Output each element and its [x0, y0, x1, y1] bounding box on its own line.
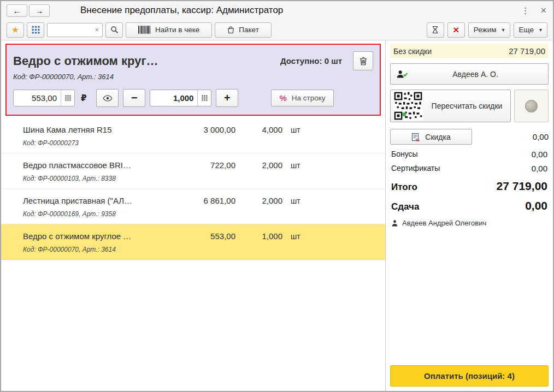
item-code: Код: ФР-00000103, Арт.: 8338	[1, 170, 385, 182]
item-name: Шина Кама летняя R15	[23, 125, 174, 134]
recalc-discounts-label: Пересчитать скидки	[426, 101, 508, 111]
line-discount-label: На строку	[292, 94, 326, 102]
close-icon[interactable]: ×	[539, 5, 547, 16]
find-in-check-button[interactable]: Найти в чеке	[126, 22, 212, 38]
titlebar: ← → Внесение предоплаты, кассир: Админис…	[1, 1, 553, 20]
delete-line-button[interactable]	[353, 51, 373, 70]
qr-code-icon	[393, 91, 423, 121]
postpone-button[interactable]	[427, 22, 444, 38]
mode-dropdown-button[interactable]: Режим ▾	[468, 22, 510, 38]
app-window: ← → Внесение предоплаты, кассир: Админис…	[0, 0, 554, 392]
eye-icon	[103, 95, 113, 102]
grid-icon	[32, 26, 40, 34]
mode-label: Режим	[474, 26, 497, 34]
change-label: Сдача	[391, 201, 419, 212]
discount-label: Скидка	[425, 133, 450, 141]
numpad-icon[interactable]	[61, 90, 74, 106]
search-icon	[110, 26, 119, 34]
bag-icon	[227, 26, 234, 34]
package-label: Пакет	[239, 26, 259, 34]
favorites-button[interactable]: ★	[7, 22, 24, 38]
back-arrow-icon: ←	[13, 6, 21, 15]
no-discount-label: Без скидки	[393, 47, 432, 56]
current-item-name: Ведро с отжимом круг…	[13, 54, 274, 68]
more-dropdown-button[interactable]: Еще ▾	[514, 22, 548, 38]
list-item-selected[interactable]: Ведро с отжимом круглое … 553,00 1,000 ш…	[1, 224, 385, 260]
no-discount-value: 27 719,00	[509, 46, 545, 56]
customer-button[interactable]: Авдеев А. О.	[390, 63, 549, 85]
list-item[interactable]: Ведро пластмассовое BRI… 722,00 2,000 шт…	[1, 153, 385, 189]
trash-icon	[358, 56, 368, 66]
change-value: 0,00	[525, 199, 547, 212]
barcode-icon	[138, 26, 151, 34]
current-item-controls: ₽ −	[13, 89, 373, 107]
view-item-button[interactable]	[96, 89, 119, 107]
quantity-input[interactable]	[150, 90, 197, 106]
list-item[interactable]: Лестница приставная ("АЛ… 6 861,00 2,000…	[1, 189, 385, 224]
chevron-down-icon: ▾	[502, 27, 504, 33]
current-item-panel: Ведро с отжимом круг… Доступно: 0 шт Код…	[5, 44, 381, 116]
increase-qty-button[interactable]: +	[216, 89, 238, 107]
item-code: Код: ФР-00000273	[1, 134, 385, 147]
summary-panel: Без скидки 27 719,00 Авдеев А. О.	[386, 40, 553, 391]
line-discount-button[interactable]: % На строку	[271, 90, 333, 106]
list-item[interactable]: Шина Кама летняя R15 3 000,00 4,000 шт К…	[1, 118, 385, 153]
discount-button[interactable]: % Скидка	[390, 129, 472, 145]
list-item-main: Лестница приставная ("АЛ… 6 861,00 2,000…	[1, 196, 385, 205]
cancel-check-button[interactable]: ×	[447, 22, 465, 38]
recalc-discounts-button[interactable]: Пересчитать скидки	[390, 90, 511, 122]
coin-button[interactable]	[514, 90, 549, 122]
certificates-row: Сертификаты 0,00	[390, 159, 549, 173]
price-input-box	[13, 90, 75, 106]
item-code: Код: ФР-00000169, Арт.: 9358	[1, 205, 385, 218]
star-icon: ★	[11, 26, 19, 34]
chevron-down-icon: ▾	[539, 27, 542, 33]
more-label: Еще	[519, 26, 534, 34]
back-button[interactable]: ←	[7, 4, 27, 17]
bonus-label: Бонусы	[391, 150, 418, 159]
search-input[interactable]	[48, 23, 91, 37]
item-qty: 2,000	[235, 196, 282, 205]
window-menu-icon[interactable]: ⋮	[518, 5, 532, 16]
total-row: Итого 27 719,00	[390, 180, 549, 193]
numpad-icon[interactable]	[197, 90, 211, 106]
item-qty: 2,000	[235, 161, 282, 170]
plus-icon: +	[224, 92, 231, 104]
coin-icon	[525, 100, 538, 112]
forward-button[interactable]: →	[29, 4, 50, 17]
price-input[interactable]	[14, 90, 61, 106]
catalog-grid-button[interactable]	[27, 22, 44, 38]
discount-value: 0,00	[533, 132, 549, 141]
list-item-main: Ведро с отжимом круглое … 553,00 1,000 ш…	[1, 231, 385, 241]
product-list: Шина Кама летняя R15 3 000,00 4,000 шт К…	[1, 118, 385, 391]
customer-short-name: Авдеев А. О.	[408, 70, 543, 79]
spacer	[390, 227, 549, 365]
minus-icon: −	[131, 92, 138, 104]
person-check-icon	[396, 69, 408, 79]
svg-text:%: %	[416, 137, 420, 141]
customer-full-row: Авдеев Андрей Олегович	[390, 219, 549, 227]
item-price: 722,00	[174, 161, 235, 170]
item-price: 3 000,00	[174, 125, 235, 134]
forward-arrow-icon: →	[36, 6, 44, 15]
change-row: Сдача 0,00	[390, 199, 549, 212]
current-item-header: Ведро с отжимом круг… Доступно: 0 шт	[13, 51, 373, 70]
bonus-row: Бонусы 0,00	[390, 145, 549, 159]
qr-row: Пересчитать скидки	[390, 90, 549, 122]
certificates-label: Сертификаты	[391, 164, 440, 173]
search-button[interactable]	[105, 22, 123, 38]
item-unit: шт	[282, 197, 310, 205]
item-name: Лестница приставная ("АЛ…	[23, 196, 174, 205]
ruble-sign: ₽	[81, 93, 86, 103]
item-price: 553,00	[174, 231, 235, 241]
clear-search-icon[interactable]: ×	[91, 26, 102, 34]
certificates-value: 0,00	[532, 164, 547, 173]
decrease-qty-button[interactable]: −	[123, 89, 145, 107]
person-icon	[391, 219, 398, 227]
red-x-icon: ×	[453, 25, 459, 35]
pay-button[interactable]: Оплатить (позиций: 4)	[390, 365, 549, 387]
nav-buttons: ← →	[7, 4, 50, 17]
item-qty: 4,000	[235, 125, 282, 134]
no-discount-row: Без скидки 27 719,00	[390, 44, 549, 58]
package-button[interactable]: Пакет	[215, 22, 272, 38]
